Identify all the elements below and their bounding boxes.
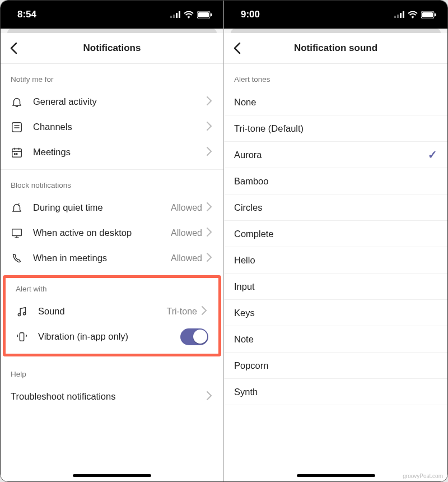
svg-text:z: z (18, 202, 20, 206)
chevron-left-icon (233, 42, 241, 54)
svg-rect-2 (176, 13, 178, 18)
row-troubleshoot[interactable]: Troubleshoot notifications (1, 384, 223, 409)
home-indicator[interactable] (297, 474, 375, 477)
sound-label: None (234, 97, 437, 108)
status-bar: 8:54 (1, 1, 223, 29)
sound-row[interactable]: Synth (224, 379, 447, 405)
chevron-right-icon (207, 202, 213, 214)
row-quiet-time[interactable]: z During quiet time Allowed (1, 195, 223, 220)
chevron-left-icon (10, 42, 17, 54)
row-label: Sound (38, 306, 166, 317)
channel-icon (11, 121, 23, 133)
back-button[interactable] (233, 41, 248, 55)
sound-label: Hello (234, 255, 437, 266)
sound-label: Popcorn (234, 360, 437, 371)
svg-rect-22 (20, 332, 24, 341)
chevron-right-icon (207, 96, 213, 108)
svg-rect-6 (211, 13, 212, 16)
chevron-right-icon (207, 391, 213, 402)
sound-row[interactable]: Tri-tone (Default) (224, 115, 447, 142)
row-label: When active on desktop (33, 228, 171, 238)
row-label: Channels (33, 122, 207, 132)
row-desktop[interactable]: When active on desktop Allowed (1, 220, 223, 245)
content: Notify me for General activity Channels (1, 64, 223, 481)
svg-rect-28 (422, 12, 433, 17)
row-sound[interactable]: Sound Tri-tone (6, 299, 218, 324)
svg-point-14 (14, 153, 15, 154)
row-value: Allowed (171, 228, 202, 238)
row-in-meetings[interactable]: When in meetings Allowed (1, 245, 223, 271)
sound-row[interactable]: Input (224, 274, 447, 300)
sound-row[interactable]: Keys (224, 300, 447, 326)
chevron-right-icon (202, 306, 208, 317)
sound-label: Keys (234, 308, 437, 318)
navbar: Notification sound (224, 33, 447, 64)
phone-call-icon (11, 252, 23, 265)
sound-row[interactable]: Complete (224, 221, 447, 247)
page-title: Notifications (1, 43, 223, 54)
home-indicator[interactable] (73, 474, 151, 477)
section-notify-for: Notify me for (1, 64, 223, 89)
battery-icon (421, 11, 436, 18)
svg-rect-1 (173, 15, 175, 18)
back-button[interactable] (10, 41, 24, 55)
chevron-right-icon (207, 122, 213, 133)
section-block: Block notifications (1, 170, 223, 195)
highlight-alert-with: Alert with Sound Tri-tone Vibration (in-… (3, 275, 221, 356)
battery-icon (197, 11, 212, 18)
row-meetings[interactable]: Meetings (1, 140, 223, 165)
svg-rect-25 (400, 13, 402, 18)
sound-label: Input (234, 281, 437, 292)
row-vibration[interactable]: Vibration (in-app only) (6, 324, 218, 349)
sound-row[interactable]: Hello (224, 247, 447, 274)
content: Alert tones NoneTri-tone (Default)Aurora… (224, 64, 447, 481)
row-value: Allowed (171, 203, 202, 213)
row-label: Troubleshoot notifications (11, 391, 207, 402)
row-label: Meetings (33, 147, 207, 157)
sound-label: Circles (234, 202, 437, 213)
sound-row[interactable]: Circles (224, 194, 447, 221)
svg-point-20 (18, 313, 20, 316)
page-title: Notification sound (224, 43, 447, 54)
svg-rect-17 (12, 229, 22, 235)
vibration-toggle[interactable] (180, 328, 208, 345)
sound-row[interactable]: Note (224, 326, 447, 353)
vibration-icon (16, 331, 28, 343)
svg-rect-7 (12, 122, 22, 132)
svg-point-21 (23, 312, 25, 314)
sound-label: Note (234, 334, 437, 345)
row-label: During quiet time (33, 202, 171, 213)
desktop-icon (11, 227, 23, 239)
sound-label: Tri-tone (Default) (234, 123, 437, 134)
svg-rect-24 (397, 15, 399, 18)
sound-label: Complete (234, 229, 437, 239)
row-label: General activity (33, 96, 207, 107)
sound-row[interactable]: Bamboo (224, 168, 447, 194)
watermark: groovyPost.com (403, 473, 443, 479)
svg-rect-3 (179, 11, 180, 18)
row-label: Vibration (in-app only) (38, 331, 180, 342)
sound-row[interactable]: None (224, 89, 447, 115)
row-channels[interactable]: Channels (1, 114, 223, 140)
row-general-activity[interactable]: General activity (1, 89, 223, 114)
status-bar: 9:00 (224, 1, 447, 29)
section-alert: Alert with (6, 278, 218, 299)
svg-rect-23 (394, 16, 396, 18)
sound-label: Bamboo (234, 176, 437, 187)
sound-row[interactable]: Popcorn (224, 353, 447, 379)
signal-icon (394, 11, 404, 18)
row-label: When in meetings (33, 253, 171, 263)
row-value: Tri-tone (166, 307, 197, 317)
phone-left: 8:54 Notifications Notify me for General… (1, 1, 224, 481)
chevron-right-icon (207, 147, 213, 158)
svg-rect-10 (12, 149, 22, 157)
row-value: Allowed (171, 253, 202, 263)
wifi-icon (184, 11, 194, 18)
chevron-right-icon (207, 228, 213, 239)
sound-row[interactable]: Aurora✓ (224, 142, 447, 168)
svg-point-15 (16, 153, 17, 154)
svg-rect-26 (403, 11, 404, 18)
status-time: 8:54 (17, 9, 36, 20)
navbar: Notifications (1, 33, 223, 64)
music-note-icon (16, 305, 28, 318)
